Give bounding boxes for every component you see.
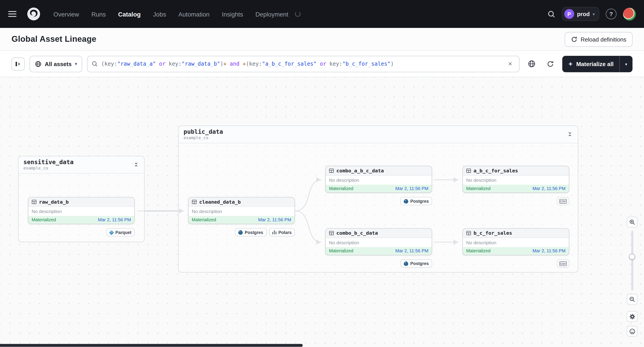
kind-tag-polars[interactable]: Polars	[269, 228, 295, 237]
nav-item-catalog[interactable]: Catalog	[118, 10, 141, 17]
asset-name: combo_a_b_c_data	[336, 168, 384, 174]
kind-tag-postgres[interactable]: Postgres	[400, 260, 432, 268]
reload-definitions-button[interactable]: Reload definitions	[565, 32, 632, 46]
materialization-timestamp[interactable]: Mar 2, 11:56 PM	[395, 186, 428, 191]
query-token: +	[243, 61, 246, 67]
group-header: sensitive_data example_co	[18, 156, 144, 173]
open-asset-panel-button[interactable]	[12, 57, 24, 70]
kind-tag-label: Polars	[278, 230, 292, 235]
zoom-out-button[interactable]	[627, 294, 638, 305]
reload-definitions-label: Reload definitions	[580, 36, 626, 42]
query-token: and	[226, 61, 243, 67]
asset-status-row: Materialized Mar 2, 11:56 PM	[326, 185, 432, 192]
page-title: Global Asset Lineage	[12, 34, 96, 44]
materialize-all-button-group: ✦ Materialize all ▾	[562, 56, 632, 72]
zoom-in-button[interactable]	[627, 217, 638, 227]
table-icon	[32, 199, 37, 204]
kind-tag-parquet[interactable]: Parquet	[106, 228, 135, 237]
asset-node-combo_a_b_c_data[interactable]: combo_a_b_c_data No description Material…	[325, 166, 432, 193]
materialization-timestamp[interactable]: Mar 2, 11:56 PM	[532, 248, 566, 253]
query-token: (	[246, 61, 249, 67]
kind-tag-postgres[interactable]: Postgres	[400, 197, 432, 205]
clear-selection-button[interactable]: ×	[505, 60, 515, 68]
asset-filter-dropdown[interactable]: All assets ▾	[30, 56, 82, 72]
asset-node-header: combo_a_b_c_data	[326, 166, 432, 176]
asset-node-header: cleaned_data_b	[188, 197, 294, 207]
kind-tag-postgres[interactable]: Postgres	[235, 228, 266, 237]
csv-icon: csv	[559, 199, 567, 203]
asset-node-a_b_c_for_sales[interactable]: a_b_c_for_sales No description Materiali…	[462, 166, 569, 193]
asset-status-row: Materialized Mar 2, 11:56 PM	[188, 216, 294, 224]
nav-item-insights[interactable]: Insights	[222, 10, 243, 17]
deployment-switcher[interactable]: P prod ▾	[562, 7, 599, 21]
postgres-icon	[404, 199, 408, 203]
lineage-canvas[interactable]: sensitive_data example_co public_data ex…	[0, 77, 644, 347]
zoom-slider-knob[interactable]	[629, 254, 635, 260]
asset-status-row: Materialized Mar 2, 11:56 PM	[326, 247, 432, 255]
asset-node-header: raw_data_b	[28, 197, 134, 207]
query-token: "b_c_for_sales"	[342, 61, 390, 67]
refresh-button[interactable]	[544, 57, 557, 71]
csv-icon: csv	[559, 261, 567, 266]
zoom-in-icon	[629, 219, 635, 225]
nav-item-automation[interactable]: Automation	[178, 10, 210, 17]
asset-node-header: combo_b_c_data	[326, 229, 432, 238]
search-button[interactable]	[548, 10, 555, 18]
graph-settings-button[interactable]	[627, 311, 638, 322]
collapse-icon	[134, 162, 138, 167]
collapse-group-button[interactable]	[133, 161, 140, 168]
nav-item-jobs[interactable]: Jobs	[153, 10, 166, 17]
materialization-timestamp[interactable]: Mar 2, 11:56 PM	[395, 248, 428, 253]
materialized-status: Materialized	[32, 217, 56, 222]
reload-definitions-icon	[571, 36, 577, 42]
postgres-icon	[404, 261, 408, 266]
asset-name: raw_data_b	[39, 199, 69, 205]
asset-kind-tags: Postgres	[325, 197, 432, 205]
lineage-toolbar: All assets ▾ (key:"raw_data_a" or key:"r…	[0, 51, 644, 77]
asset-selection-input[interactable]: (key:"raw_data_a" or key:"raw_data_b")+ …	[101, 61, 502, 67]
dagster-logo[interactable]	[26, 6, 41, 21]
chevron-down-icon: ▾	[625, 62, 627, 66]
group-title: public_data	[184, 128, 223, 135]
kind-tag-csv[interactable]: csv	[557, 197, 569, 205]
materialize-all-button[interactable]: ✦ Materialize all	[562, 56, 620, 72]
materialized-status: Materialized	[466, 248, 490, 253]
kind-tag-label: Postgres	[245, 230, 263, 235]
materialize-options-caret-button[interactable]: ▾	[620, 56, 632, 72]
graph-view-globe-button[interactable]	[525, 57, 538, 71]
kind-tag-label: Postgres	[410, 261, 429, 266]
zoom-slider[interactable]	[631, 231, 633, 291]
help-button[interactable]: ?	[606, 9, 616, 19]
globe-icon	[35, 60, 41, 67]
nav-item-runs[interactable]: Runs	[92, 10, 106, 17]
user-avatar[interactable]	[623, 7, 636, 20]
query-token: +	[224, 61, 226, 67]
materialized-status: Materialized	[466, 186, 490, 191]
asset-kind-tags: Parquet	[28, 228, 135, 237]
materialization-timestamp[interactable]: Mar 2, 11:56 PM	[98, 217, 131, 222]
table-icon	[466, 168, 471, 173]
asset-kind-tags: csv	[462, 197, 569, 205]
asset-node-b_c_for_sales[interactable]: b_c_for_sales No description Materialize…	[462, 228, 569, 255]
nav-item-deployment[interactable]: Deployment	[256, 10, 288, 17]
chevron-down-icon: ▾	[75, 62, 77, 66]
materialization-timestamp[interactable]: Mar 2, 11:56 PM	[532, 186, 566, 191]
query-token: (	[101, 61, 104, 67]
refresh-icon	[547, 60, 554, 67]
nav-item-overview[interactable]: Overview	[54, 10, 79, 17]
query-token: key:	[104, 61, 117, 67]
asset-filter-label: All assets	[45, 60, 72, 67]
query-token: "a_b_c_for_sales"	[262, 61, 317, 67]
feedback-button[interactable]	[627, 326, 638, 337]
materialization-timestamp[interactable]: Mar 2, 11:56 PM	[258, 217, 291, 222]
kind-tag-csv[interactable]: csv	[557, 260, 569, 268]
postgres-icon	[238, 230, 243, 235]
group-subtitle: example_co	[24, 166, 74, 170]
asset-node-raw_data_b[interactable]: raw_data_b No description Materialized M…	[28, 197, 135, 224]
asset-node-cleaned_data_b[interactable]: cleaned_data_b No description Materializ…	[188, 197, 295, 224]
hamburger-menu-button[interactable]	[8, 8, 20, 20]
asset-node-combo_b_c_data[interactable]: combo_b_c_data No description Materializ…	[325, 228, 432, 255]
horizontal-scrollbar-thumb[interactable]	[0, 344, 303, 347]
collapse-group-button[interactable]	[567, 131, 573, 137]
asset-status-row: Materialized Mar 2, 11:56 PM	[463, 185, 569, 192]
